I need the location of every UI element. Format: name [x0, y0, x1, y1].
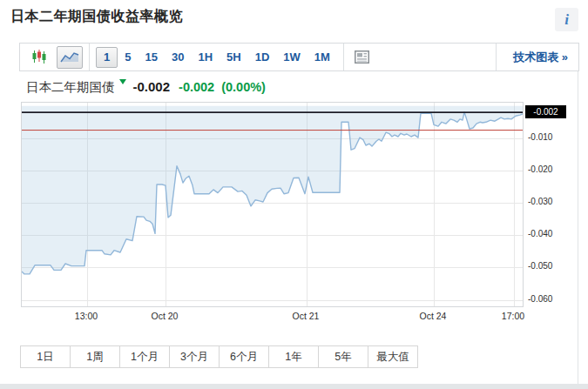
range-selector: 1日1周1个月3个月6个月1年5年最大值 [20, 345, 418, 368]
timeframe-1M[interactable]: 1M [308, 47, 337, 68]
x-tick-label: 13:00 [75, 311, 98, 321]
toolbar-divider [343, 44, 344, 70]
line-chart-button[interactable] [57, 46, 83, 69]
y-tick-label: -0.030 [528, 197, 552, 206]
line-chart-icon [60, 50, 79, 64]
instrument-name: 日本二年期国债 [26, 78, 115, 96]
x-tick-label: Oct 24 [420, 311, 447, 321]
timeframe-30[interactable]: 30 [165, 47, 191, 68]
x-axis: 13:00Oct 20Oct 21Oct 2417:00 [21, 311, 524, 323]
yield-area-fill [22, 106, 523, 274]
range-button-4[interactable]: 3个月 [169, 345, 220, 368]
bond-yield-widget: 日本二年期国债收益率概览 i 1515301H5H1D1W1M [0, 0, 588, 389]
y-tick-label: -0.040 [528, 229, 552, 238]
news-panel-icon [355, 50, 369, 64]
y-tick-label: -0.010 [528, 132, 552, 142]
range-button-1[interactable]: 1日 [20, 345, 71, 368]
timeframe-1H[interactable]: 1H [191, 47, 220, 68]
widget-right-border [578, 71, 578, 384]
timeframe-5H[interactable]: 5H [220, 47, 248, 68]
x-tick-label: Oct 21 [293, 311, 320, 321]
toolbar-divider [496, 44, 497, 70]
tick-down-icon [119, 79, 126, 84]
timeframe-1W[interactable]: 1W [276, 47, 308, 68]
current-price-badge: -0.002 [525, 105, 566, 118]
x-tick-label: Oct 20 [152, 311, 179, 321]
range-button-6[interactable]: 1年 [268, 345, 319, 368]
chart-toolbar: 1515301H5H1D1W1M 技术图表 » [19, 43, 579, 71]
timeframe-1[interactable]: 1 [96, 47, 118, 68]
last-price: -0.002 [133, 78, 171, 96]
candlestick-icon [32, 50, 46, 64]
timeframe-5[interactable]: 5 [118, 47, 138, 68]
y-tick-label: -0.060 [528, 294, 552, 304]
y-tick-label: -0.020 [528, 164, 552, 174]
info-icon[interactable]: i [555, 8, 578, 31]
technical-chart-link[interactable]: 技术图表 » [503, 50, 578, 65]
y-tick-label: -0.050 [528, 261, 552, 271]
toolbar-divider [89, 44, 90, 70]
range-button-2[interactable]: 1周 [70, 345, 120, 368]
chart-plot-area[interactable] [21, 102, 524, 307]
range-button-7[interactable]: 5年 [318, 345, 368, 368]
page-title: 日本二年期国债收益率概览 [10, 8, 183, 26]
timeframe-15[interactable]: 15 [138, 47, 164, 68]
x-tick-label: 17:00 [502, 311, 524, 321]
price-change-percent: (0.00%) [221, 78, 266, 96]
timeframe-group: 1515301H5H1D1W1M [96, 47, 337, 68]
y-axis: -0.010-0.020-0.030-0.040-0.050-0.060 [528, 102, 580, 307]
price-change: -0.002 [179, 78, 214, 96]
range-button-5[interactable]: 6个月 [219, 345, 269, 368]
yield-chart-svg [22, 103, 523, 306]
timeframe-1D[interactable]: 1D [248, 47, 277, 68]
range-button-3[interactable]: 1个月 [119, 345, 170, 368]
candlestick-chart-button[interactable] [27, 47, 51, 68]
range-button-8[interactable]: 最大值 [368, 345, 418, 368]
news-panel-button[interactable] [350, 47, 375, 68]
quote-row: 日本二年期国债 -0.002 -0.002 (0.00%) [26, 78, 273, 96]
widget-bottom-strip [0, 384, 588, 389]
